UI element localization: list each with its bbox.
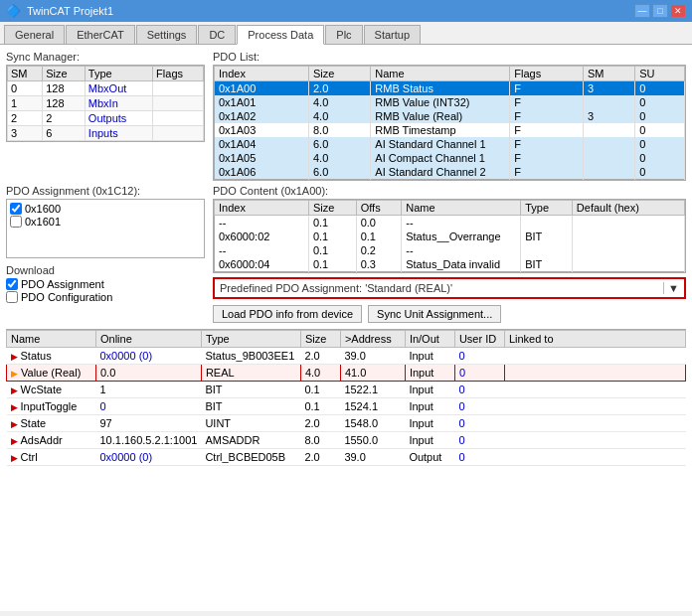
dropdown-arrow-icon[interactable]: ▼ (663, 282, 679, 294)
download-label: PDO Configuration (21, 291, 112, 303)
pdo-cell-sm (583, 151, 634, 165)
predefined-pdo-dropdown[interactable]: Predefined PDO Assignment: 'Standard (RE… (213, 277, 686, 299)
pdo-cell-sm (583, 165, 634, 180)
table-row[interactable]: ▶Ctrl 0x0000 (0) Ctrl_BCBED05B 2.0 39.0 … (7, 449, 686, 466)
pc-cell-name: -- (402, 216, 521, 231)
pc-col-size: Size (308, 201, 356, 216)
pdo-list-row[interactable]: 0x1A00 2.0 RMB Status F 3 0 (215, 81, 685, 96)
dt-cell-linked (504, 432, 685, 449)
pdo-content-row[interactable]: 0x6000:02 0.1 0.1 Status__Overrange BIT (215, 230, 685, 243)
tab-dc[interactable]: DC (198, 25, 236, 44)
tab-startup[interactable]: Startup (364, 25, 421, 44)
pdo-assignment-label: 0x1601 (25, 216, 61, 228)
pc-col-type: Type (521, 201, 573, 216)
table-row[interactable]: ▶AdsAddr 10.1.160.5.2.1:1001 AMSADDR 8.0… (7, 432, 686, 449)
title-bar-buttons[interactable]: — □ ✕ (634, 4, 686, 18)
pdo-cell-index: 0x1A06 (215, 165, 309, 180)
download-checkbox[interactable] (6, 278, 18, 290)
dt-cell-address: 1522.1 (340, 382, 405, 398)
table-row[interactable]: ▶Status 0x0000 (0) Status_9B003EE1 2.0 3… (7, 348, 686, 365)
dt-cell-online: 97 (96, 415, 202, 432)
tab-settings[interactable]: Settings (136, 25, 198, 44)
data-table-scroll[interactable]: Name Online Type Size >Address In/Out Us… (6, 330, 686, 605)
red-arrow-icon: ▶ (11, 419, 18, 429)
dt-cell-size: 8.0 (300, 432, 340, 449)
download-item[interactable]: PDO Assignment (6, 278, 205, 290)
pdo-cell-size: 2.0 (308, 81, 370, 96)
tab-ethercat[interactable]: EtherCAT (66, 25, 134, 44)
pdo-assignment-checkbox[interactable] (10, 203, 22, 215)
pdo-assignment-item[interactable]: 0x1601 (10, 216, 201, 228)
pdo-list-row[interactable]: 0x1A06 6.0 AI Standard Channel 2 F 0 (215, 165, 685, 180)
pdo-cell-index: 0x1A04 (215, 137, 309, 151)
pdo-content-row[interactable]: -- 0.1 0.0 -- (215, 216, 685, 231)
dt-cell-type: AMSADDR (201, 432, 300, 449)
sm-row[interactable]: 2 2 Outputs (8, 111, 204, 126)
sm-row[interactable]: 3 6 Inputs (8, 126, 204, 141)
pdo-list-title: PDO List: (213, 51, 686, 63)
load-pdo-button[interactable]: Load PDO info from device (213, 305, 362, 323)
sm-row[interactable]: 1 128 MbxIn (8, 96, 204, 111)
pdo-col-name: Name (371, 67, 510, 81)
dt-cell-online: 1 (96, 382, 202, 398)
table-row[interactable]: ▶State 97 UINT 2.0 1548.0 Input 0 (7, 415, 686, 432)
pdo-cell-size: 8.0 (308, 123, 370, 137)
pdo-col-index: Index (215, 67, 309, 81)
pdo-list-row[interactable]: 0x1A02 4.0 RMB Value (Real) F 3 0 (215, 109, 685, 123)
pc-cell-size: 0.1 (308, 257, 356, 272)
close-button[interactable]: ✕ (670, 4, 686, 18)
dt-cell-linked (504, 415, 685, 432)
dt-cell-inout: Input (405, 415, 454, 432)
dt-col-online: Online (96, 331, 202, 348)
pc-cell-default (572, 230, 684, 243)
pdo-content-row[interactable]: -- 0.1 0.2 -- (215, 243, 685, 257)
pdo-list-scroll[interactable]: Index Size Name Flags SM SU 0x1A00 2.0 R… (213, 65, 686, 181)
dt-col-size: Size (300, 331, 340, 348)
sm-row[interactable]: 0 128 MbxOut (8, 81, 204, 96)
table-row[interactable]: ▶WcState 1 BIT 0.1 1522.1 Input 0 (7, 382, 686, 398)
pdo-cell-index: 0x1A02 (215, 109, 309, 123)
pdo-assignment-checkbox[interactable] (10, 216, 22, 228)
pdo-cell-name: AI Standard Channel 1 (371, 137, 510, 151)
pc-cell-name: Status_Data invalid (402, 257, 521, 272)
pdo-cell-name: RMB Timestamp (371, 123, 510, 137)
pdo-list-row[interactable]: 0x1A04 6.0 AI Standard Channel 1 F 0 (215, 137, 685, 151)
tab-general[interactable]: General (4, 25, 65, 44)
table-row[interactable]: ▶InputToggle 0 BIT 0.1 1524.1 Input 0 (7, 398, 686, 415)
sync-manager-title: Sync Manager: (6, 51, 205, 63)
pdo-content-scroll[interactable]: Index Size Offs Name Type Default (hex) … (213, 199, 686, 273)
pdo-list-row[interactable]: 0x1A01 4.0 RMB Value (INT32) F 0 (215, 95, 685, 109)
pdo-assignment-item[interactable]: 0x1600 (10, 203, 201, 215)
red-arrow-icon: ▶ (11, 436, 18, 446)
sync-unit-button[interactable]: Sync Unit Assignment... (368, 305, 501, 323)
pdo-cell-size: 6.0 (308, 165, 370, 180)
dt-col-type: Type (201, 331, 300, 348)
dt-cell-userid: 0 (454, 382, 504, 398)
pc-cell-index: -- (215, 216, 309, 231)
sm-cell-size: 128 (43, 81, 86, 96)
dt-cell-address: 39.0 (340, 348, 405, 365)
pdo-list-row[interactable]: 0x1A05 4.0 AI Compact Channel 1 F 0 (215, 151, 685, 165)
pdo-content-row[interactable]: 0x6000:04 0.1 0.3 Status_Data invalid BI… (215, 257, 685, 272)
dt-cell-userid: 0 (454, 365, 504, 382)
red-arrow-icon: ▶ (11, 352, 18, 362)
dt-cell-type: UINT (201, 415, 300, 432)
pdo-list-row[interactable]: 0x1A03 8.0 RMB Timestamp F 0 (215, 123, 685, 137)
dt-cell-type: BIT (201, 382, 300, 398)
main-content: Sync Manager: SM Size Type Flags 0 128 M… (0, 45, 692, 611)
pc-cell-type (521, 216, 573, 231)
minimize-button[interactable]: — (634, 4, 650, 18)
sm-col-sm: SM (8, 67, 43, 81)
tab-plc[interactable]: Plc (325, 25, 362, 44)
maximize-button[interactable]: □ (652, 4, 668, 18)
download-checkbox[interactable] (6, 291, 18, 303)
dt-cell-type: BIT (201, 398, 300, 415)
tab-process-data[interactable]: Process Data (237, 25, 324, 45)
dt-cell-online: 0 (96, 398, 202, 415)
dt-cell-linked (504, 348, 685, 365)
sm-cell-sm: 1 (8, 96, 43, 111)
table-row[interactable]: ▶Value (Real) 0.0 REAL 4.0 41.0 Input 0 (7, 365, 686, 382)
pdo-cell-su: 0 (635, 123, 685, 137)
dt-cell-address: 39.0 (340, 449, 405, 466)
download-item[interactable]: PDO Configuration (6, 291, 205, 303)
